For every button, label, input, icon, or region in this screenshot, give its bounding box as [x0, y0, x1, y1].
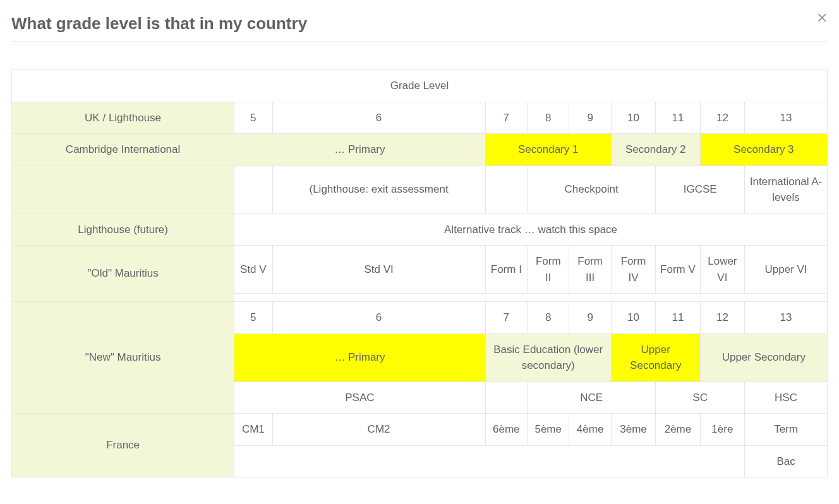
label-france: France	[12, 414, 234, 477]
cambridge-alevels: International A-levels	[745, 165, 828, 213]
modal-header: What grade level is that in my country ✕	[11, 0, 828, 42]
new-mau-blank-7	[485, 381, 527, 414]
old-mau-upper6: Upper VI	[745, 246, 828, 294]
france-4eme: 4ème	[569, 414, 611, 446]
new-mau-7: 7	[485, 302, 527, 334]
france-cm1: CM1	[234, 414, 272, 446]
new-mau-upper-sec2: Upper Secondary	[700, 333, 827, 381]
close-icon: ✕	[816, 10, 828, 26]
france-blank	[234, 445, 745, 477]
modal-title: What grade level is that in my country	[11, 11, 307, 36]
label-cambridge: Cambridge International	[12, 134, 234, 166]
uk-grade-6: 6	[272, 102, 485, 134]
uk-grade-9: 9	[569, 102, 611, 134]
cambridge-checkpoint: Checkpoint	[528, 165, 656, 213]
row-france-grades: France CM1 CM2 6ème 5ème 4ème 3ème 2ème …	[12, 414, 828, 446]
old-mau-form4: Form IV	[611, 246, 655, 294]
label-old-mauritius: "Old" Mauritius	[12, 246, 234, 302]
france-1ere: 1ère	[700, 414, 744, 446]
new-mau-5: 5	[234, 302, 272, 334]
row-uk: UK / Lighthouse 5 6 7 8 9 10 11 12 13	[12, 102, 828, 134]
france-5eme: 5ème	[528, 414, 569, 446]
close-button[interactable]: ✕	[816, 11, 828, 25]
new-mau-sc: SC	[656, 381, 745, 414]
old-mau-stdvi: Std VI	[272, 246, 485, 294]
uk-grade-12: 12	[700, 102, 744, 134]
row-old-mauritius: "Old" Mauritius Std V Std VI Form I Form…	[12, 246, 828, 294]
new-mau-nce: NCE	[528, 381, 656, 414]
new-mau-basic: Basic Education (lower secondary)	[485, 333, 611, 381]
cambridge-primary: … Primary	[234, 134, 485, 166]
cambridge-secondary3: Secondary 3	[700, 134, 827, 166]
new-mau-psac: PSAC	[234, 381, 485, 414]
cambridge-secondary1: Secondary 1	[485, 134, 611, 166]
old-mau-lower6: Lower VI	[700, 246, 744, 294]
cambridge-blank-7	[485, 165, 527, 213]
new-mau-9: 9	[569, 302, 611, 334]
old-mau-form2: Form II	[528, 246, 569, 294]
grade-table-wrap: Grade Level UK / Lighthouse 5 6 7 8 9 10…	[11, 69, 828, 477]
new-mau-13: 13	[745, 302, 828, 334]
grade-table: Grade Level UK / Lighthouse 5 6 7 8 9 10…	[11, 69, 828, 477]
old-mau-form3: Form III	[569, 246, 611, 294]
new-mau-8: 8	[528, 302, 569, 334]
table-header-row: Grade Level	[12, 70, 828, 102]
cambridge-igcse: IGCSE	[656, 165, 745, 213]
old-mau-form1: Form I	[485, 246, 527, 294]
new-mau-primary: … Primary	[234, 333, 485, 381]
uk-grade-13: 13	[745, 102, 828, 134]
france-cm2: CM2	[272, 414, 485, 446]
new-mau-hsc: HSC	[745, 381, 828, 414]
old-mau-form5: Form V	[656, 246, 700, 294]
cambridge-blank-5	[234, 165, 272, 213]
old-mau-stdv: Std V	[234, 246, 272, 294]
cambridge-exit: (Lighthouse: exit assessment	[272, 165, 485, 213]
row-new-mauritius-grades: "New" Mauritius 5 6 7 8 9 10 11 12 13	[12, 302, 828, 334]
new-mau-upper-sec1: Upper Secondary	[611, 333, 700, 381]
label-new-mauritius: "New" Mauritius	[12, 302, 234, 414]
new-mau-12: 12	[700, 302, 744, 334]
future-note: Alternative track … watch this space	[234, 213, 828, 246]
uk-grade-5: 5	[234, 102, 272, 134]
cambridge-secondary2: Secondary 2	[611, 134, 700, 166]
france-6eme: 6ème	[485, 414, 527, 446]
row-cambridge-exams: (Lighthouse: exit assessment Checkpoint …	[12, 165, 828, 213]
france-3eme: 3ème	[611, 414, 655, 446]
label-uk: UK / Lighthouse	[12, 102, 234, 134]
label-future: Lighthouse (future)	[12, 213, 234, 246]
label-cambridge-blank	[12, 165, 234, 213]
new-mau-6: 6	[272, 302, 485, 334]
header-grade-level: Grade Level	[12, 70, 828, 102]
france-bac: Bac	[745, 445, 828, 477]
new-mau-10: 10	[611, 302, 655, 334]
row-lighthouse-future: Lighthouse (future) Alternative track … …	[12, 213, 828, 246]
row-cambridge-stages: Cambridge International … Primary Second…	[12, 134, 828, 166]
grade-level-modal: What grade level is that in my country ✕…	[0, 0, 839, 504]
france-term: Term	[745, 414, 828, 446]
old-mau-blank-row	[234, 294, 828, 302]
uk-grade-10: 10	[611, 102, 655, 134]
uk-grade-11: 11	[656, 102, 700, 134]
uk-grade-7: 7	[485, 102, 527, 134]
france-2eme: 2ème	[656, 414, 700, 446]
new-mau-11: 11	[656, 302, 700, 334]
uk-grade-8: 8	[528, 102, 569, 134]
